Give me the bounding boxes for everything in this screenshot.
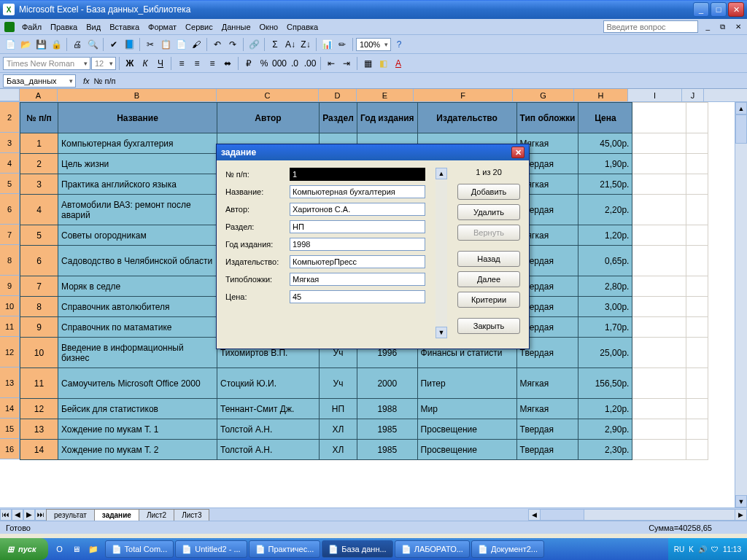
cell[interactable]: 6 [20, 246, 58, 276]
sheet-tab[interactable]: результат [46, 509, 95, 521]
cell[interactable]: Мягкая [516, 399, 578, 419]
restore-button[interactable]: □ [711, 2, 727, 17]
menu-view[interactable]: Вид [82, 20, 105, 34]
table-header[interactable]: Год издания [357, 103, 418, 133]
paste-icon[interactable]: 📄 [174, 37, 188, 52]
menu-tools[interactable]: Сервис [181, 20, 217, 34]
row-header[interactable]: 3 [0, 133, 20, 153]
tray-lang[interactable]: RU [674, 545, 684, 553]
permissions-icon[interactable]: 🔒 [49, 37, 63, 52]
name-box[interactable]: База_данных [3, 74, 76, 88]
autosum-icon[interactable]: Σ [268, 37, 282, 52]
menu-insert[interactable]: Вставка [105, 20, 144, 34]
col-header-E[interactable]: E [357, 89, 414, 101]
align-right-icon[interactable]: ≡ [205, 56, 220, 71]
chart-icon[interactable]: 📊 [320, 37, 334, 52]
redo-icon[interactable]: ↷ [225, 37, 240, 52]
cell[interactable]: 1,20р. [578, 225, 632, 246]
cell[interactable]: Хождение по мукам Т. 2 [58, 440, 217, 460]
comma-icon[interactable]: 000 [272, 56, 287, 71]
cell[interactable]: Компьютерная бухгалтерия [58, 133, 217, 154]
dialog-close-button[interactable]: ✕ [511, 147, 525, 158]
field-input[interactable]: Харитонов С.А. [290, 203, 425, 216]
col-header-A[interactable]: A [20, 89, 58, 101]
cell[interactable]: Твердая [516, 440, 578, 460]
cell[interactable]: Мягкая [516, 368, 578, 399]
cell[interactable]: 5 [20, 225, 58, 246]
formula-input[interactable]: № п/п [94, 77, 744, 85]
inc-decimal-icon[interactable]: .0 [287, 56, 302, 71]
cell[interactable]: 1 [20, 133, 58, 154]
dialog-button[interactable]: Критерии [457, 292, 520, 308]
zoom-combo[interactable]: 100% [356, 38, 391, 51]
percent-icon[interactable]: % [257, 56, 271, 71]
col-header-C[interactable]: C [217, 89, 319, 101]
tray-kaspersky-icon[interactable]: K [689, 545, 694, 553]
cell[interactable]: Теннант-Смит Дж. [217, 399, 320, 419]
help-question-input[interactable] [603, 20, 698, 33]
dialog-button[interactable]: Удалить [457, 204, 520, 220]
cell[interactable]: Мир [417, 399, 516, 419]
quicklaunch-explorer-icon[interactable]: 📁 [86, 542, 101, 556]
cell[interactable]: 3 [20, 174, 58, 195]
cell[interactable]: 0,65р. [578, 246, 632, 276]
sort-asc-icon[interactable]: A↓ [283, 37, 298, 52]
doc-restore-button[interactable]: ⧉ [717, 23, 728, 31]
sheet-tab[interactable]: задание [94, 509, 139, 521]
borders-icon[interactable]: ▦ [360, 56, 375, 71]
cell[interactable]: 9 [20, 317, 58, 338]
field-input[interactable]: КомпьютерПресс [290, 255, 425, 268]
table-header[interactable]: Автор [217, 103, 320, 133]
cell[interactable]: Самоучитель Microsoft Office 2000 [58, 368, 217, 399]
font-name-combo[interactable]: Times New Roman [3, 57, 90, 70]
cut-icon[interactable]: ✂ [143, 37, 158, 52]
cell[interactable]: Цель жизни [58, 154, 217, 174]
row-header[interactable]: 12 [0, 337, 20, 368]
underline-icon[interactable]: Ч [153, 56, 168, 71]
field-input[interactable]: 45 [290, 290, 425, 303]
select-all-corner[interactable] [0, 89, 20, 101]
dialog-button[interactable]: Закрыть [457, 318, 520, 334]
sort-desc-icon[interactable]: Z↓ [298, 37, 313, 52]
table-header[interactable]: Издательство [417, 103, 516, 133]
start-button[interactable]: ⊞ пуск [0, 538, 48, 560]
dec-decimal-icon[interactable]: .00 [303, 56, 317, 71]
vertical-scrollbar[interactable]: ▲ ▼ [735, 102, 747, 508]
fx-icon[interactable]: fx [83, 77, 90, 85]
align-left-icon[interactable]: ≡ [174, 56, 189, 71]
hscroll-right-icon[interactable]: ▶ [735, 510, 746, 520]
cell[interactable]: 156,50р. [578, 368, 632, 399]
cell[interactable]: 21,50р. [578, 174, 632, 195]
dialog-button[interactable]: Назад [457, 251, 520, 267]
cell[interactable]: Садоводство в Челябинской области [58, 246, 217, 276]
scroll-up-icon[interactable]: ▲ [735, 102, 747, 114]
row-header[interactable]: 7 [0, 225, 20, 245]
cell[interactable]: 10 [20, 338, 58, 368]
taskbar-app[interactable]: 📄ЛАБОРАТО... [395, 540, 470, 558]
col-header-J[interactable]: J [682, 89, 704, 101]
help-icon[interactable]: ? [392, 37, 406, 52]
dec-indent-icon[interactable]: ⇤ [324, 56, 338, 71]
doc-minimize-button[interactable]: _ [703, 23, 713, 31]
cell[interactable]: Советы огородникам [58, 225, 217, 246]
field-input[interactable]: 1 [290, 168, 425, 181]
tab-last-icon[interactable]: ⏭ [35, 509, 47, 521]
format-painter-icon[interactable]: 🖌 [189, 37, 204, 52]
cell[interactable]: 1,90р. [578, 154, 632, 174]
cell[interactable]: Толстой А.Н. [217, 419, 320, 440]
cell[interactable]: 11 [20, 368, 58, 399]
table-header[interactable]: Тип обложки [516, 103, 578, 133]
taskbar-app[interactable]: 📄Untitled2 - ... [175, 540, 247, 558]
cell[interactable]: 1,20р. [578, 399, 632, 419]
row-header[interactable]: 10 [0, 296, 20, 316]
row-header[interactable]: 11 [0, 316, 20, 337]
taskbar-app[interactable]: 📄База данн... [322, 540, 392, 558]
cell[interactable]: Уч [320, 368, 357, 399]
col-header-H[interactable]: H [574, 89, 628, 101]
quicklaunch-desktop-icon[interactable]: 🖥 [69, 542, 84, 556]
menu-edit[interactable]: Правка [46, 20, 82, 34]
spellcheck-icon[interactable]: ✔ [107, 37, 121, 52]
cell[interactable]: 3,00р. [578, 297, 632, 317]
row-header[interactable]: 2 [0, 102, 20, 133]
cell[interactable]: 4 [20, 195, 58, 225]
